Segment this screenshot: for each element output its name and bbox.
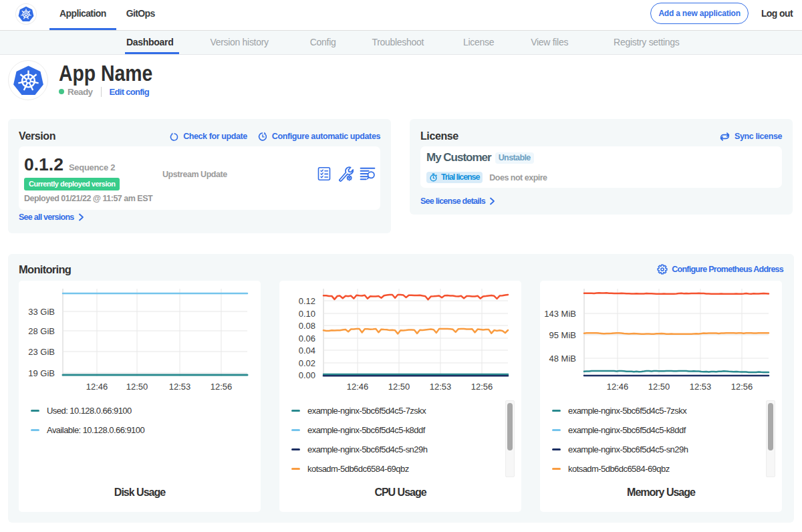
svg-text:0.04: 0.04 — [299, 346, 315, 356]
svg-text:0.00: 0.00 — [299, 370, 315, 380]
svg-text:12:50: 12:50 — [126, 382, 148, 392]
svg-text:12:56: 12:56 — [731, 382, 753, 392]
svg-text:12:56: 12:56 — [471, 382, 493, 392]
svg-text:0.08: 0.08 — [299, 321, 315, 331]
svg-text:95 MiB: 95 MiB — [549, 330, 576, 340]
svg-text:12:46: 12:46 — [86, 382, 108, 392]
svg-text:23 GiB: 23 GiB — [28, 347, 55, 357]
svg-text:143 MiB: 143 MiB — [544, 309, 576, 319]
svg-text:12:56: 12:56 — [211, 382, 233, 392]
svg-text:12:50: 12:50 — [648, 382, 670, 392]
svg-text:12:46: 12:46 — [607, 382, 629, 392]
svg-text:28 GiB: 28 GiB — [28, 326, 55, 336]
svg-text:0.06: 0.06 — [299, 334, 315, 344]
svg-text:48 MiB: 48 MiB — [549, 354, 576, 364]
svg-text:12:53: 12:53 — [169, 382, 191, 392]
svg-text:12:53: 12:53 — [430, 382, 452, 392]
svg-text:12:46: 12:46 — [347, 382, 369, 392]
svg-text:19 GiB: 19 GiB — [28, 368, 55, 378]
svg-text:12:53: 12:53 — [690, 382, 712, 392]
svg-text:12:50: 12:50 — [388, 382, 410, 392]
svg-text:33 GiB: 33 GiB — [28, 307, 55, 317]
svg-text:0.12: 0.12 — [299, 296, 315, 306]
svg-text:0.02: 0.02 — [299, 358, 315, 368]
svg-text:0.10: 0.10 — [299, 309, 315, 319]
